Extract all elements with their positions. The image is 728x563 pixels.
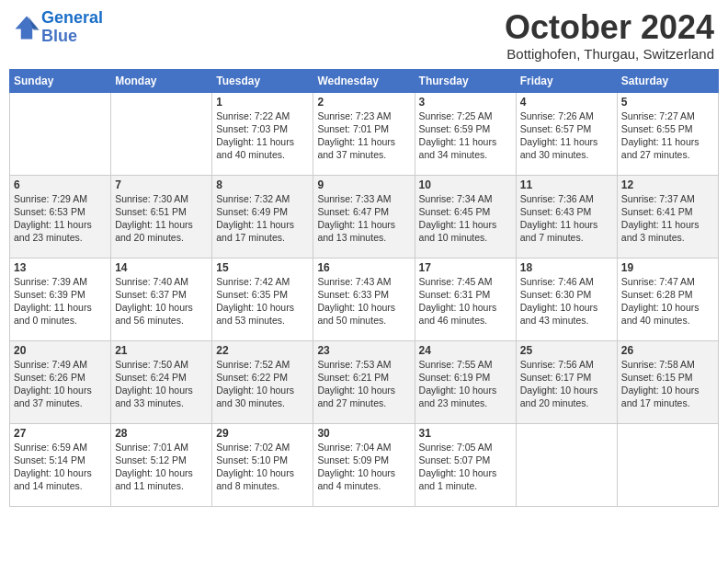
day-detail: Sunrise: 7:50 AM Sunset: 6:24 PM Dayligh… [115, 358, 208, 410]
day-number: 26 [621, 344, 714, 357]
day-number: 22 [216, 344, 309, 357]
day-number: 11 [520, 178, 613, 191]
calendar-header: SundayMondayTuesdayWednesdayThursdayFrid… [10, 69, 719, 92]
day-detail: Sunrise: 7:58 AM Sunset: 6:15 PM Dayligh… [621, 358, 714, 410]
day-detail: Sunrise: 7:05 AM Sunset: 5:07 PM Dayligh… [419, 441, 512, 493]
location: Bottighofen, Thurgau, Switzerland [505, 46, 714, 62]
day-number: 13 [14, 261, 107, 274]
day-detail: Sunrise: 7:42 AM Sunset: 6:35 PM Dayligh… [216, 275, 309, 327]
calendar-table: SundayMondayTuesdayWednesdayThursdayFrid… [9, 69, 719, 507]
day-detail: Sunrise: 7:30 AM Sunset: 6:51 PM Dayligh… [115, 192, 208, 245]
logo-text: GeneralBlue [41, 9, 103, 46]
header-thursday: Thursday [415, 69, 516, 92]
day-number: 7 [115, 178, 208, 191]
day-cell: 10Sunrise: 7:34 AM Sunset: 6:45 PM Dayli… [415, 175, 516, 258]
day-cell: 31Sunrise: 7:05 AM Sunset: 5:07 PM Dayli… [415, 423, 516, 506]
day-detail: Sunrise: 7:55 AM Sunset: 6:19 PM Dayligh… [419, 358, 512, 410]
day-cell: 3Sunrise: 7:25 AM Sunset: 6:59 PM Daylig… [415, 92, 516, 175]
day-cell [111, 92, 212, 175]
day-cell: 1Sunrise: 7:22 AM Sunset: 7:03 PM Daylig… [212, 92, 313, 175]
day-number: 10 [419, 178, 512, 191]
month-title: October 2024 [505, 9, 714, 46]
day-number: 24 [419, 344, 512, 357]
day-number: 14 [115, 261, 208, 274]
day-number: 28 [115, 427, 208, 440]
week-row-4: 20Sunrise: 7:49 AM Sunset: 6:26 PM Dayli… [10, 340, 719, 423]
day-cell: 12Sunrise: 7:37 AM Sunset: 6:41 PM Dayli… [617, 175, 718, 258]
week-row-1: 1Sunrise: 7:22 AM Sunset: 7:03 PM Daylig… [10, 92, 719, 175]
day-number: 5 [621, 96, 714, 109]
day-number: 27 [14, 427, 107, 440]
day-number: 18 [520, 261, 613, 274]
day-number: 29 [216, 427, 309, 440]
day-cell: 16Sunrise: 7:43 AM Sunset: 6:33 PM Dayli… [313, 258, 415, 340]
day-cell: 2Sunrise: 7:23 AM Sunset: 7:01 PM Daylig… [313, 92, 415, 175]
day-detail: Sunrise: 7:39 AM Sunset: 6:39 PM Dayligh… [14, 275, 107, 327]
day-detail: Sunrise: 7:29 AM Sunset: 6:53 PM Dayligh… [14, 192, 107, 245]
day-detail: Sunrise: 7:25 AM Sunset: 6:59 PM Dayligh… [419, 109, 512, 162]
day-number: 4 [520, 96, 613, 109]
header-tuesday: Tuesday [212, 69, 313, 92]
day-number: 21 [115, 344, 208, 357]
day-cell [516, 423, 617, 506]
day-number: 3 [419, 96, 512, 109]
day-cell: 9Sunrise: 7:33 AM Sunset: 6:47 PM Daylig… [313, 175, 415, 258]
day-cell: 15Sunrise: 7:42 AM Sunset: 6:35 PM Dayli… [212, 258, 313, 340]
header-saturday: Saturday [617, 69, 718, 92]
day-number: 8 [216, 178, 309, 191]
day-cell: 26Sunrise: 7:58 AM Sunset: 6:15 PM Dayli… [617, 340, 718, 423]
day-cell: 5Sunrise: 7:27 AM Sunset: 6:55 PM Daylig… [617, 92, 718, 175]
day-number: 30 [317, 427, 410, 440]
day-cell: 27Sunrise: 6:59 AM Sunset: 5:14 PM Dayli… [10, 423, 111, 506]
day-cell: 6Sunrise: 7:29 AM Sunset: 6:53 PM Daylig… [10, 175, 111, 258]
day-detail: Sunrise: 7:22 AM Sunset: 7:03 PM Dayligh… [216, 109, 309, 162]
week-row-3: 13Sunrise: 7:39 AM Sunset: 6:39 PM Dayli… [10, 258, 719, 340]
day-detail: Sunrise: 7:04 AM Sunset: 5:09 PM Dayligh… [317, 441, 410, 493]
logo: GeneralBlue [14, 9, 103, 46]
day-number: 2 [317, 96, 410, 109]
day-number: 15 [216, 261, 309, 274]
day-detail: Sunrise: 7:33 AM Sunset: 6:47 PM Dayligh… [317, 192, 410, 245]
day-number: 9 [317, 178, 410, 191]
day-detail: Sunrise: 7:53 AM Sunset: 6:21 PM Dayligh… [317, 358, 410, 410]
day-detail: Sunrise: 7:02 AM Sunset: 5:10 PM Dayligh… [216, 441, 309, 493]
day-detail: Sunrise: 6:59 AM Sunset: 5:14 PM Dayligh… [14, 441, 107, 493]
header-friday: Friday [516, 69, 617, 92]
day-number: 16 [317, 261, 410, 274]
day-cell [617, 423, 718, 506]
day-number: 1 [216, 96, 309, 109]
day-detail: Sunrise: 7:52 AM Sunset: 6:22 PM Dayligh… [216, 358, 309, 410]
day-cell: 8Sunrise: 7:32 AM Sunset: 6:49 PM Daylig… [212, 175, 313, 258]
day-detail: Sunrise: 7:01 AM Sunset: 5:12 PM Dayligh… [115, 441, 208, 493]
day-detail: Sunrise: 7:23 AM Sunset: 7:01 PM Dayligh… [317, 109, 410, 162]
header-sunday: Sunday [10, 69, 111, 92]
logo-icon [14, 15, 40, 40]
day-cell: 17Sunrise: 7:45 AM Sunset: 6:31 PM Dayli… [415, 258, 516, 340]
day-number: 19 [621, 261, 714, 274]
day-detail: Sunrise: 7:40 AM Sunset: 6:37 PM Dayligh… [115, 275, 208, 327]
day-detail: Sunrise: 7:37 AM Sunset: 6:41 PM Dayligh… [621, 192, 714, 245]
day-detail: Sunrise: 7:56 AM Sunset: 6:17 PM Dayligh… [520, 358, 613, 410]
day-cell: 18Sunrise: 7:46 AM Sunset: 6:30 PM Dayli… [516, 258, 617, 340]
day-cell: 7Sunrise: 7:30 AM Sunset: 6:51 PM Daylig… [111, 175, 212, 258]
day-cell: 14Sunrise: 7:40 AM Sunset: 6:37 PM Dayli… [111, 258, 212, 340]
day-cell: 20Sunrise: 7:49 AM Sunset: 6:26 PM Dayli… [10, 340, 111, 423]
week-row-2: 6Sunrise: 7:29 AM Sunset: 6:53 PM Daylig… [10, 175, 719, 258]
day-detail: Sunrise: 7:34 AM Sunset: 6:45 PM Dayligh… [419, 192, 512, 245]
day-detail: Sunrise: 7:27 AM Sunset: 6:55 PM Dayligh… [621, 109, 714, 162]
day-detail: Sunrise: 7:49 AM Sunset: 6:26 PM Dayligh… [14, 358, 107, 410]
day-number: 31 [419, 427, 512, 440]
day-detail: Sunrise: 7:47 AM Sunset: 6:28 PM Dayligh… [621, 275, 714, 327]
day-number: 20 [14, 344, 107, 357]
day-cell: 30Sunrise: 7:04 AM Sunset: 5:09 PM Dayli… [313, 423, 415, 506]
day-number: 12 [621, 178, 714, 191]
day-detail: Sunrise: 7:46 AM Sunset: 6:30 PM Dayligh… [520, 275, 613, 327]
day-cell: 4Sunrise: 7:26 AM Sunset: 6:57 PM Daylig… [516, 92, 617, 175]
page-header: GeneralBlue October 2024 Bottighofen, Th… [9, 9, 719, 62]
day-number: 23 [317, 344, 410, 357]
week-row-5: 27Sunrise: 6:59 AM Sunset: 5:14 PM Dayli… [10, 423, 719, 506]
day-detail: Sunrise: 7:26 AM Sunset: 6:57 PM Dayligh… [520, 109, 613, 162]
day-detail: Sunrise: 7:45 AM Sunset: 6:31 PM Dayligh… [419, 275, 512, 327]
day-detail: Sunrise: 7:43 AM Sunset: 6:33 PM Dayligh… [317, 275, 410, 327]
day-cell: 29Sunrise: 7:02 AM Sunset: 5:10 PM Dayli… [212, 423, 313, 506]
